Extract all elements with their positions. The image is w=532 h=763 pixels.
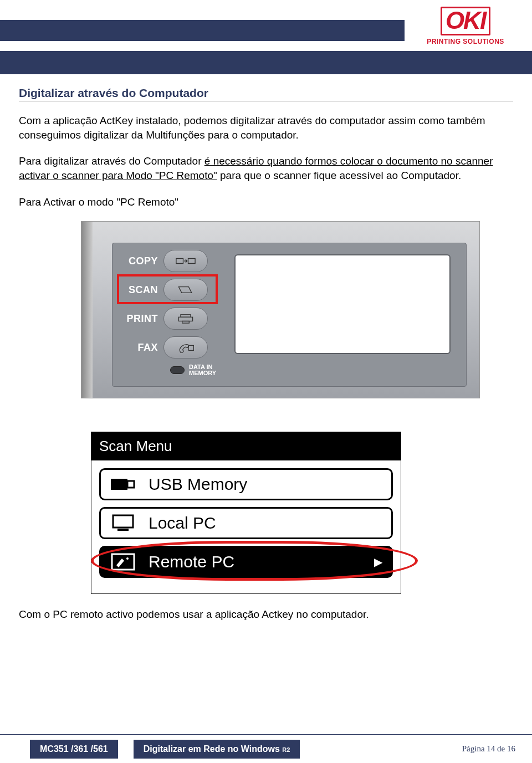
menu-item-usb[interactable]: USB Memory	[99, 468, 393, 500]
fax-button[interactable]	[163, 336, 208, 359]
chevron-right-icon: ▶	[374, 555, 382, 569]
brand-logo: OKI PRINTING SOLUTIONS	[416, 7, 515, 45]
fax-row: FAX	[121, 336, 208, 359]
menu-item-remotepc-label: Remote PC	[149, 552, 234, 571]
memory-led	[170, 366, 185, 374]
scan-icon	[176, 284, 196, 295]
remote-pc-icon	[110, 552, 136, 572]
print-label: PRINT	[121, 313, 158, 325]
header-band	[0, 51, 532, 74]
paragraph-instruction: Para digitalizar através do Computador é…	[19, 154, 513, 182]
red-highlight-circle	[91, 541, 418, 581]
paragraph-intro: Com a aplicação ActKey instalado, podemo…	[19, 114, 513, 142]
svg-rect-4	[182, 321, 190, 324]
copy-row: COPY	[121, 250, 208, 272]
svg-rect-0	[176, 259, 183, 264]
footer-model: MC351 /361 /561	[30, 740, 118, 759]
logo-tagline: PRINTING SOLUTIONS	[416, 38, 515, 45]
para2-pre: Para digitalizar através do Computador	[19, 155, 204, 167]
panel-edge	[81, 222, 93, 398]
scan-row: SCAN	[121, 279, 208, 301]
scan-button[interactable]	[163, 279, 208, 301]
para2-post: para que o scanner fique acessível ao Co…	[217, 170, 461, 181]
local-pc-icon	[110, 513, 136, 533]
menu-item-localpc[interactable]: Local PC	[99, 507, 393, 539]
scan-label: SCAN	[121, 284, 158, 296]
svg-rect-6	[111, 479, 127, 490]
footer-page-number: Página 14 de 16	[462, 744, 515, 754]
footer-title: Digitalizar em Rede no Windows R2	[134, 740, 300, 759]
paragraph-closing: Com o PC remoto activo podemos usar a ap…	[0, 594, 532, 621]
menu-item-localpc-label: Local PC	[149, 514, 216, 532]
header-bar	[0, 20, 405, 41]
paragraph-activate: Para Activar o modo "PC Remoto"	[19, 195, 513, 209]
printer-panel-figure: COPY SCAN PRINT	[81, 221, 480, 398]
svg-point-11	[126, 557, 129, 560]
menu-item-remotepc[interactable]: Remote PC ▶	[99, 546, 393, 578]
document-body: Digitalizar através do Computador Com a …	[0, 74, 532, 594]
scan-menu-header: Scan Menu	[91, 432, 401, 460]
svg-rect-8	[113, 515, 133, 528]
document-footer: MC351 /361 /561 Digitalizar em Rede no W…	[0, 734, 532, 763]
data-in-memory: DATA IN MEMORY	[170, 364, 216, 376]
svg-rect-5	[188, 346, 193, 351]
print-button[interactable]	[163, 308, 208, 330]
svg-rect-9	[117, 529, 129, 531]
scan-menu-figure: Scan Menu USB Memory Local PC	[91, 432, 401, 594]
memory-line2: MEMORY	[189, 370, 216, 376]
svg-rect-7	[127, 481, 134, 488]
panel-inner: COPY SCAN PRINT	[112, 243, 467, 387]
logo-text: OKI	[441, 7, 490, 35]
copy-button[interactable]	[163, 250, 208, 272]
footer-title-sub: R2	[282, 746, 290, 753]
scan-menu-body: USB Memory Local PC Remote PC ▶	[91, 460, 401, 593]
copy-label: COPY	[121, 255, 158, 267]
fax-label: FAX	[121, 342, 158, 354]
fax-icon	[176, 342, 196, 353]
copy-icon	[176, 255, 196, 267]
section-title: Digitalizar através do Computador	[19, 86, 513, 101]
document-header: OKI PRINTING SOLUTIONS	[0, 0, 532, 45]
print-icon	[176, 313, 196, 324]
svg-rect-1	[188, 259, 196, 264]
lcd-screen	[234, 254, 451, 354]
menu-item-usb-label: USB Memory	[149, 475, 247, 494]
footer-title-main: Digitalizar em Rede no Windows	[144, 744, 283, 754]
usb-memory-icon	[110, 474, 136, 494]
print-row: PRINT	[121, 308, 208, 330]
memory-label: DATA IN MEMORY	[189, 364, 216, 376]
svg-rect-3	[178, 318, 192, 321]
